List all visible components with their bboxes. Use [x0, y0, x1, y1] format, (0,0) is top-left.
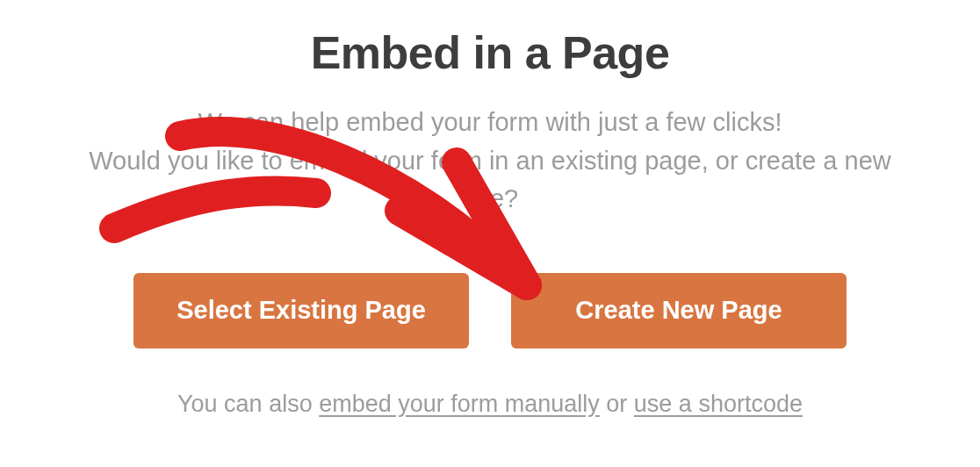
- dialog-description: We can help embed your form with just a …: [68, 104, 912, 219]
- create-new-page-button[interactable]: Create New Page: [511, 273, 847, 348]
- footer-middle: or: [600, 391, 634, 417]
- footer-text: You can also embed your form manually or…: [0, 391, 980, 418]
- use-shortcode-link[interactable]: use a shortcode: [634, 391, 803, 417]
- button-row: Select Existing Page Create New Page: [0, 273, 980, 348]
- footer-prefix: You can also: [177, 391, 319, 417]
- embed-dialog: Embed in a Page We can help embed your f…: [0, 0, 980, 467]
- description-line-2: Would you like to embed your form in an …: [89, 147, 890, 213]
- dialog-title: Embed in a Page: [0, 26, 980, 79]
- description-line-1: We can help embed your form with just a …: [198, 108, 782, 136]
- embed-manually-link[interactable]: embed your form manually: [319, 391, 600, 417]
- select-existing-page-button[interactable]: Select Existing Page: [133, 273, 469, 348]
